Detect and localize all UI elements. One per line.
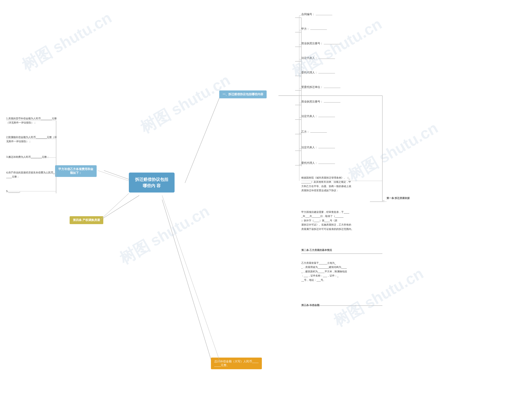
watermark-1: 树图 shutu.cn [18, 7, 115, 76]
svg-line-47 [98, 170, 129, 181]
left-item-4: 4.停产停业的直接经济损失补偿费为人民币_____元整； [6, 170, 55, 179]
label-entrusted-unit: 受委托拆迁单位： [301, 85, 340, 89]
label-contract-no: 合同编号： [301, 12, 332, 16]
svg-line-55 [162, 195, 220, 363]
detail-connectors [0, 0, 532, 395]
watermark-4: 树图 shutu.cn [344, 118, 442, 186]
label-legal-rep-3: 法定代表人： [301, 146, 335, 149]
label-biz-reg-no-2: 营业执照注册号： [301, 100, 340, 104]
svg-line-0 [185, 96, 220, 183]
section-title-2: 第二条 乙方房屋的基本情况 [301, 248, 332, 252]
branch-left-comp: 甲方补偿乙方各项费用和金额如下： [55, 165, 97, 177]
branch-fourth-article: 第四条 产权调换房屋 [70, 216, 103, 224]
paragraph-article1: 甲方因项目建设需要，经审查批准，于_____年___月______日，取得了（_… [301, 210, 354, 231]
label-legal-rep-2: 法定代表人： [301, 114, 335, 118]
branch-right-main: 一、拆迁赔偿协议包括哪些内容 [219, 90, 267, 98]
label-party-b: 乙方： [301, 130, 327, 134]
label-agent: 委托代理人： [301, 71, 335, 74]
svg-line-19 [162, 200, 212, 363]
watermark-2: 树图 shutu.cn [136, 70, 234, 138]
center-node: 拆迁赔偿协议包括哪些内 容 [129, 173, 174, 192]
label-biz-reg-no: 营业执照注册号： [301, 42, 340, 45]
label-agent-2: 委托代理人： [301, 161, 335, 165]
left-item-2: 2.附属物补偿金额为人民币________元整（详见附件一评估报告）； [6, 135, 57, 144]
paragraph-intro: 根据国务院《城市房屋拆迁管理条例》、（________）及其他有关法律、法规之规… [301, 176, 351, 193]
label-party-a: 甲方： [301, 27, 327, 31]
left-item-5: 5.________。 [6, 189, 22, 193]
left-item-1: 1.房屋的货币补偿金额为人民币________元整（详见附件一评估报告）； [6, 116, 57, 125]
svg-line-54 [100, 193, 129, 220]
paragraph-article2: 乙方房屋坐落于______土地为__，房屋用途为________建筑结构为___… [301, 261, 347, 282]
section-title-1: 第一条 拆迁房屋依据 [386, 197, 410, 200]
section-title-3: 第三条 补偿金额 [301, 303, 319, 307]
watermark-5: 树图 shutu.cn [116, 201, 213, 269]
label-legal-rep-1: 法定代表人： [301, 56, 335, 60]
left-item-3: 3.搬迁补助费为人民币________元整； [6, 155, 49, 159]
connector-lines [0, 0, 532, 395]
branch-total: 总计补偿金额（大写）人民币________元整。 [211, 357, 262, 369]
svg-line-18 [100, 195, 139, 220]
